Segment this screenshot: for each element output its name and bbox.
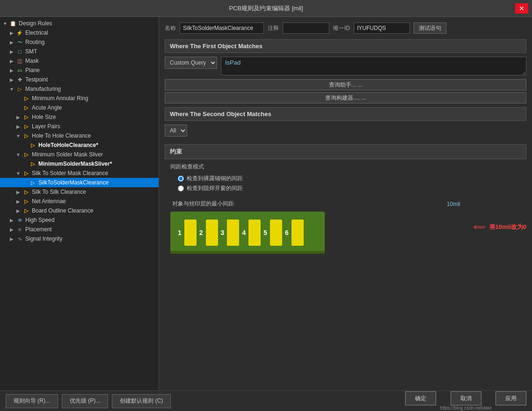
rule-icon: ▷: [22, 123, 30, 130]
tree-item-routing[interactable]: ▶ 〜 Routing: [0, 37, 159, 47]
tree-item-hole-size[interactable]: ▶ ▷ Hole Size: [0, 112, 159, 122]
cancel-container: 取消 https://blog.csdn.net/aiwr: [440, 391, 492, 411]
tree-item-high-speed[interactable]: ▶ ≋ High Speed: [0, 215, 159, 225]
tree-label: Design Rules: [19, 20, 52, 27]
expand-icon: ▶: [15, 114, 22, 120]
comment-input[interactable]: [283, 22, 329, 34]
tree-label: Net Antennae: [32, 198, 66, 205]
tree-label: Placement: [25, 226, 52, 233]
tree-item-silk-solder-rule[interactable]: ▷ SilkToSolderMaskClearance: [0, 178, 159, 187]
wizard-btn[interactable]: 规则向导 (R)...: [6, 394, 58, 408]
expand-icon: ▶: [8, 226, 15, 233]
testpoint-icon: ✚: [16, 76, 23, 83]
tree-item-acute-angle[interactable]: ▷ Acute Angle: [0, 103, 159, 112]
id-input[interactable]: [354, 22, 410, 34]
tree-item-board-outline[interactable]: ▶ ▷ Board Outline Clearance: [0, 206, 159, 215]
placement-icon: ≡: [16, 226, 23, 233]
second-query-type[interactable]: All: [165, 125, 187, 137]
first-query-text[interactable]: IsPad: [221, 57, 526, 75]
query-helper-btn[interactable]: 查询助手... ...: [165, 79, 526, 90]
rule-icon: ▷: [22, 151, 30, 158]
pcb-pad-6: [292, 220, 304, 246]
expand-icon: ▶: [15, 207, 22, 214]
radio-option1[interactable]: 检查到裸露铺铜的间距: [178, 175, 526, 183]
tree-item-design-rules[interactable]: ▼ 📋 Design Rules: [0, 19, 159, 28]
tree-item-min-solder-rule[interactable]: ▷ MinimumSolderMaskSliver*: [0, 159, 159, 169]
rule-icon: ▷: [29, 160, 36, 168]
tree-item-silk-solder[interactable]: ▼ ▷ Silk To Solder Mask Clearance: [0, 169, 159, 178]
folder-icon: 📋: [9, 20, 17, 27]
rule-icon: ▷: [22, 104, 30, 111]
tree-label: Hole To Hole Clearance: [32, 132, 91, 139]
distance-label: 对象与丝印层的最小间距: [172, 200, 234, 208]
distance-value: 10mil: [447, 201, 460, 207]
expand-icon: ▶: [8, 217, 15, 223]
priority-btn[interactable]: 优先级 (P)...: [62, 394, 108, 408]
expand-icon: ▼: [8, 86, 15, 92]
radio-option2-label: 检查到阻焊开窗的间距: [187, 184, 243, 192]
expand-icon: ▶: [15, 123, 22, 130]
first-query-type[interactable]: Custom Query: [165, 57, 217, 69]
annotation-container: ⟸ 将10mil改为0: [474, 222, 526, 232]
test-btn[interactable]: 测试语句: [414, 22, 446, 34]
tree-item-silk-silk[interactable]: ▶ ▷ Silk To Silk Clearance: [0, 187, 159, 197]
watermark-text: https://blog.csdn.net/aiwr: [440, 405, 492, 411]
pcb-num-1: 1: [178, 229, 182, 236]
tree-item-manufacturing[interactable]: ▼ ▷ Manufacturing: [0, 84, 159, 94]
first-section-header: Where The First Object Matches: [165, 39, 526, 53]
tree-item-smt[interactable]: ▶ □ SMT: [0, 47, 159, 56]
arrow-icon: ⟸: [474, 222, 486, 232]
first-query-buttons: 查询助手... ... 查询构建器.... ...: [165, 79, 526, 103]
tree-item-hole-clearance-rule[interactable]: ▷ HoleToHoleClearance*: [0, 140, 159, 150]
pcb-num-4: 4: [242, 229, 246, 236]
comment-label: 注释: [268, 24, 279, 32]
rule-icon: ▷: [22, 207, 30, 214]
expand-icon: [22, 142, 28, 148]
pcb-bottom-edge: [170, 251, 325, 254]
tree-item-plane[interactable]: ▶ ▭ Plane: [0, 66, 159, 75]
expand-icon: ▼: [15, 132, 22, 139]
tree-item-layer-pairs[interactable]: ▶ ▷ Layer Pairs: [0, 122, 159, 131]
pcb-num-3: 3: [221, 229, 225, 236]
tree-item-testpoint[interactable]: ▶ ✚ Testpoint: [0, 75, 159, 84]
tree-item-mask[interactable]: ▶ ◫ Mask: [0, 56, 159, 66]
tree-label: MinimumSolderMaskSliver*: [38, 161, 112, 167]
create-defaults-btn[interactable]: 创建默认规则 (C): [112, 394, 171, 408]
expand-icon: ▶: [8, 48, 15, 55]
tree-item-net-antennae[interactable]: ▶ ▷ Net Antennae: [0, 197, 159, 206]
close-button[interactable]: ✕: [515, 3, 528, 14]
rule-icon: ▷: [22, 198, 30, 205]
expand-icon: ▶: [8, 58, 15, 64]
radio-option1-input[interactable]: [178, 176, 184, 182]
radio-option2[interactable]: 检查到阻焊开窗的间距: [178, 184, 526, 192]
ok-btn[interactable]: 确定: [405, 391, 436, 405]
tree-item-electrical[interactable]: ▶ ⚡ Electrical: [0, 28, 159, 37]
expand-icon: ▼: [15, 170, 22, 176]
tree-item-placement[interactable]: ▶ ≡ Placement: [0, 225, 159, 234]
tree-label: Minimum Solder Mask Sliver: [32, 151, 103, 158]
pcb-num-5: 5: [263, 229, 267, 236]
query-builder-btn[interactable]: 查询构建器.... ...: [165, 92, 526, 103]
second-query-row: All: [165, 125, 526, 137]
expand-icon: ▶: [15, 198, 22, 205]
tree-item-min-solder[interactable]: ▼ ▷ Minimum Solder Mask Sliver: [0, 150, 159, 159]
mask-icon: ◫: [16, 57, 23, 65]
apply-btn[interactable]: 应用: [496, 391, 526, 405]
rule-icon: ▷: [29, 179, 36, 186]
tree-label: Routing: [25, 39, 44, 45]
expand-icon: ▶: [8, 235, 15, 242]
manufacturing-icon: ▷: [16, 85, 23, 93]
expand-icon: [15, 104, 22, 111]
radio-option2-input[interactable]: [178, 185, 184, 191]
expand-icon: ▶: [8, 39, 15, 45]
tree-label: Mask: [25, 58, 39, 64]
id-label: 唯一ID: [333, 24, 350, 32]
tree-label: Manufacturing: [25, 86, 61, 92]
cancel-btn[interactable]: 取消: [451, 391, 481, 405]
tree-item-signal-integrity[interactable]: ▶ ∿ Signal Integrity: [0, 234, 159, 243]
electrical-icon: ⚡: [16, 29, 23, 37]
tree-item-hole-to-hole[interactable]: ▼ ▷ Hole To Hole Clearance: [0, 131, 159, 140]
tree-item-min-annular[interactable]: ▷ Minimum Annular Ring: [0, 94, 159, 103]
name-input[interactable]: [180, 22, 264, 34]
pcb-num-2: 2: [199, 229, 203, 236]
